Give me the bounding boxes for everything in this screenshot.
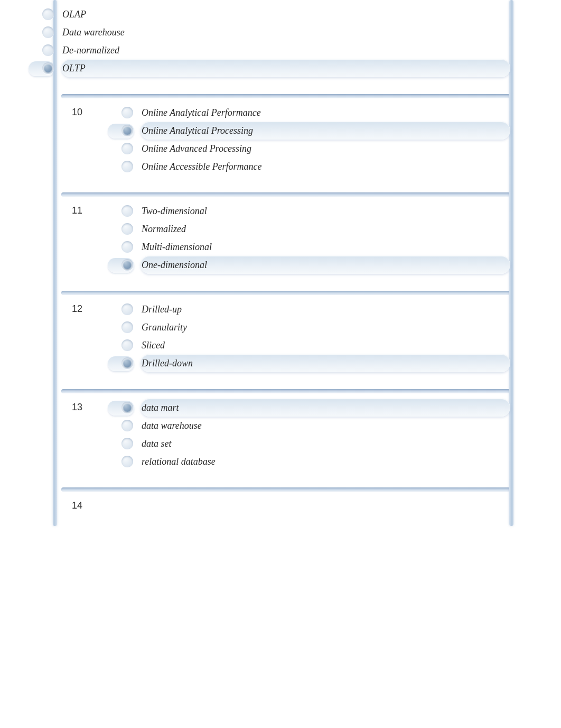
answer-option[interactable]: OLTP <box>61 59 510 77</box>
answer-label: Drilled-down <box>141 358 504 369</box>
radio-icon[interactable] <box>120 419 134 432</box>
answer-label: Granularity <box>141 322 504 333</box>
answer-label: relational database <box>141 456 504 467</box>
radio-icon[interactable] <box>120 142 134 155</box>
radio-icon[interactable] <box>120 204 134 218</box>
answer-label: Online Analytical Processing <box>141 125 504 136</box>
section-divider <box>61 487 510 492</box>
answer-option[interactable]: Two-dimensional <box>141 202 510 220</box>
radio-icon[interactable] <box>120 356 134 370</box>
question-number: 14 <box>61 495 141 511</box>
answer-label: data set <box>141 438 504 449</box>
answer-option[interactable]: data warehouse <box>141 417 510 435</box>
answer-option[interactable]: Online Analytical Performance <box>141 104 510 122</box>
answer-option[interactable]: data mart <box>141 399 510 417</box>
radio-icon[interactable] <box>120 302 134 316</box>
answer-option[interactable]: relational database <box>141 453 510 471</box>
answer-label: De-normalized <box>61 45 504 56</box>
question-block: 12Drilled-upGranularitySlicedDrilled-dow… <box>61 291 510 387</box>
answer-label: data mart <box>141 402 504 413</box>
answer-label: Two-dimensional <box>141 206 504 217</box>
options-list: data martdata warehousedata setrelationa… <box>141 397 510 471</box>
question-block: 10Online Analytical PerformanceOnline An… <box>61 94 510 190</box>
answer-label: Online Advanced Processing <box>141 143 504 154</box>
options-list: Online Analytical PerformanceOnline Anal… <box>141 102 510 176</box>
radio-icon[interactable] <box>41 7 55 21</box>
answer-option[interactable]: One-dimensional <box>141 256 510 274</box>
radio-icon[interactable] <box>41 25 55 39</box>
options-list: Two-dimensionalNormalizedMulti-dimension… <box>141 200 510 274</box>
answer-option[interactable]: Online Advanced Processing <box>141 140 510 158</box>
answer-option[interactable]: De-normalized <box>61 41 510 59</box>
answer-option[interactable]: Normalized <box>141 220 510 238</box>
radio-icon[interactable] <box>120 401 134 414</box>
answer-label: Drilled-up <box>141 304 504 315</box>
answer-label: One-dimensional <box>141 260 504 271</box>
answer-option[interactable]: Drilled-down <box>141 354 510 372</box>
radio-icon[interactable] <box>120 160 134 173</box>
answer-option[interactable]: Drilled-up <box>141 300 510 318</box>
answer-option[interactable]: Data warehouse <box>61 23 510 41</box>
left-border-rail <box>53 0 57 526</box>
radio-icon[interactable] <box>120 437 134 450</box>
answer-option[interactable]: Sliced <box>141 336 510 354</box>
radio-icon[interactable] <box>120 320 134 334</box>
section-divider <box>61 94 510 98</box>
answer-option[interactable]: data set <box>141 435 510 453</box>
radio-icon[interactable] <box>120 222 134 236</box>
question-block: 14 <box>61 487 510 526</box>
answer-option[interactable]: Online Analytical Processing <box>141 122 510 140</box>
radio-icon[interactable] <box>120 240 134 254</box>
section-divider <box>61 291 510 295</box>
answer-label: data warehouse <box>141 420 504 431</box>
answer-label: Online Accessible Performance <box>141 161 504 172</box>
radio-icon[interactable] <box>120 124 134 137</box>
section-divider <box>61 389 510 393</box>
question-block: OLAPData warehouseDe-normalizedOLTP <box>61 0 510 92</box>
answer-option[interactable]: Online Accessible Performance <box>141 158 510 176</box>
radio-icon[interactable] <box>41 43 55 57</box>
answer-label: Online Analytical Performance <box>141 107 504 118</box>
question-block: 13data martdata warehousedata setrelatio… <box>61 389 510 485</box>
answer-option[interactable]: Multi-dimensional <box>141 238 510 256</box>
answer-label: Data warehouse <box>61 27 504 38</box>
options-list <box>141 495 510 497</box>
section-divider <box>61 192 510 197</box>
answer-label: Sliced <box>141 340 504 351</box>
question-block: 11Two-dimensionalNormalizedMulti-dimensi… <box>61 192 510 289</box>
answer-label: Multi-dimensional <box>141 242 504 253</box>
answer-label: OLTP <box>61 63 504 74</box>
answer-label: OLAP <box>61 9 504 20</box>
answer-option[interactable]: Granularity <box>141 318 510 336</box>
answer-label: Normalized <box>141 224 504 235</box>
options-list: Drilled-upGranularitySlicedDrilled-down <box>141 298 510 372</box>
radio-icon[interactable] <box>120 258 134 272</box>
answer-option[interactable]: OLAP <box>61 5 510 23</box>
radio-icon[interactable] <box>41 61 55 75</box>
options-list: OLAPData warehouseDe-normalizedOLTP <box>61 5 510 77</box>
radio-icon[interactable] <box>120 338 134 352</box>
radio-icon[interactable] <box>120 455 134 468</box>
radio-icon[interactable] <box>120 106 134 119</box>
